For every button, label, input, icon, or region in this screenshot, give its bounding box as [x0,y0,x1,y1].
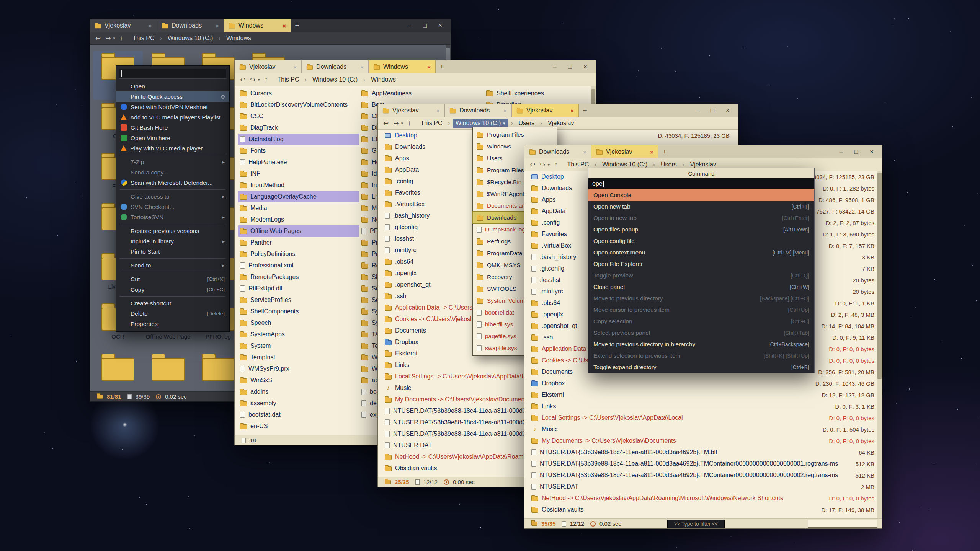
minimize-button[interactable]: – [695,107,699,114]
command-item-open-context-menu[interactable]: Open context menu[Ctrl+M] [Menu] [588,247,814,258]
file-row-my-documents-c-users-vjekoslav-documents[interactable]: My Documents -> C:\Users\Vjekoslav\Docum… [530,435,877,447]
context-menu-item-pin-to-quick-access[interactable]: Pin to Quick access [116,91,229,102]
command-item-open-files-popup[interactable]: Open files popup[Alt+Down] [588,224,814,235]
close-tab-icon[interactable]: × [570,108,574,114]
tab-downloads[interactable]: Downloads× [524,145,591,158]
file-row-languageoverlaycache[interactable]: LanguageOverlayCache [238,191,359,202]
file-row-professional-xml[interactable]: Professional.xml [238,260,359,271]
file-row-ntuser-dat-53b39e88-18c4-11ea-a811-000d3aa4692b-tmcontainer00000000000000000002-regtrans-ms[interactable]: NTUSER.DAT{53b39e88-18c4-11ea-a811-000d3… [530,469,877,481]
close-button[interactable]: × [583,63,587,71]
context-menu-item-7-zip[interactable]: 7-Zip▸ [116,157,229,167]
tab-bar-drag-area[interactable] [448,60,544,73]
command-item-open-new-tab[interactable]: Open new tab[Ctrl+T] [588,201,814,212]
command-item-open-console[interactable]: Open Console [588,189,814,201]
context-menu-item-scan-with-microsoft-defender[interactable]: Scan with Microsoft Defender... [116,178,229,188]
close-tab-icon[interactable]: × [283,23,286,29]
file-row-rtlexupd-dll[interactable]: RtlExUpd.dll [238,283,359,294]
maximize-button[interactable]: □ [854,148,858,156]
file-row-ntuser-dat-53b39e88-18c4-11ea-a811-000d3aa4692b-tmcontainer00000000000000000001-regtrans-ms[interactable]: NTUSER.DAT{53b39e88-18c4-11ea-a811-000d3… [530,458,877,469]
close-button[interactable]: × [438,22,442,29]
tab-windows[interactable]: Windows× [369,60,436,73]
maximize-button[interactable]: □ [568,63,572,71]
context-menu-item-create-shortcut[interactable]: Create shortcut [116,298,229,308]
back-icon[interactable]: ↩ [530,161,535,169]
breadcrumb-this-pc[interactable]: This PC [275,75,302,84]
minimize-button[interactable]: – [553,63,556,71]
filter-input[interactable] [808,520,877,528]
breadcrumb-this-pc[interactable]: This PC [130,34,157,43]
up-icon[interactable]: ↑ [408,119,411,127]
context-menu-item-send-a-copy[interactable]: Send a copy... [116,167,229,178]
up-icon[interactable]: ↑ [554,161,558,168]
command-item-open-config-file[interactable]: Open config file [588,235,814,247]
minimize-button[interactable]: – [408,22,411,29]
file-row-music[interactable]: ♪MusicD: 0, F: 1, 504 bytes [530,424,877,435]
file-row-diagtrack[interactable]: DiagTrack [238,122,359,134]
file-row-shellcomponents[interactable]: ShellComponents [238,306,359,317]
file-row-local-settings-c-users-vjekoslav-appdata-local[interactable]: Local Settings -> C:\Users\Vjekoslav\App… [530,412,877,424]
context-menu-item-send-to[interactable]: Send to▸ [116,260,229,271]
context-menu-item-send-with-nordvpn-meshnet[interactable]: Send with NordVPN Meshnet [116,102,229,112]
context-menu-item-cut[interactable]: Cut[Ctrl+X] [116,274,229,284]
tab-vjekoslav[interactable]: Vjekoslav× [378,104,445,117]
folder-tile[interactable] [93,352,143,391]
file-row-shellexperiences[interactable]: ShellExperiences [485,88,595,99]
new-tab-button[interactable]: + [658,145,671,158]
file-row-offline-web-pages[interactable]: Offline Web Pages [238,225,359,237]
file-row-panther[interactable]: Panther [238,237,359,248]
file-row-policydefinitions[interactable]: PolicyDefinitions [238,248,359,260]
file-row-winsxs[interactable]: WinSxS [238,375,359,386]
file-row-links[interactable]: LinksD: 0, F: 3, 1 KB [530,401,877,412]
context-menu-item-pin-to-start[interactable]: Pin to Start [116,246,229,257]
tab-bar-drag-area[interactable] [591,104,687,117]
context-menu-item-give-access-to[interactable]: Give access to▸ [116,191,229,202]
context-menu-item-add-to-vlc-media-player-s-playlist[interactable]: Add to VLC media player's Playlist [116,112,229,122]
close-tab-icon[interactable]: × [436,108,440,114]
tab-vjekoslav[interactable]: Vjekoslav× [235,60,302,73]
file-row-en-us[interactable]: en-US [238,421,359,432]
breadcrumb-windows[interactable]: Windows [368,75,399,84]
file-row-addins[interactable]: addins [238,386,359,398]
new-tab-button[interactable]: + [436,60,448,73]
file-row-obsidian-vaults[interactable]: Obsidian vaultsD: 17, F: 149, 38 MB [530,504,877,515]
context-menu-item-open-vim-here[interactable]: Open Vim here [116,133,229,143]
file-row-modemlogs[interactable]: ModemLogs [238,214,359,225]
close-tab-icon[interactable]: × [149,23,152,29]
command-item-move-to-previous-directory-in-hierarchy[interactable]: Move to previous directory in hierarchy[… [588,339,814,350]
tab-bar-drag-area[interactable] [303,19,399,32]
close-tab-icon[interactable]: × [427,64,431,70]
context-menu-item-tortoisesvn[interactable]: TortoiseSVN▸ [116,212,229,222]
command-item-toggle-expand-directory[interactable]: Toggle expand directory[Ctrl+B] [588,362,814,373]
file-row-tempinst[interactable]: TempInst [238,352,359,363]
folder-tile[interactable] [143,352,193,391]
tab-vjekoslav[interactable]: Vjekoslav× [512,104,579,117]
close-tab-icon[interactable]: × [360,64,364,70]
history-dropdown-icon[interactable]: ▾ [258,77,260,82]
context-menu-item-delete[interactable]: Delete[Delete] [116,308,229,319]
tab-vjekoslav[interactable]: Vjekoslav× [591,145,658,158]
file-row-inputmethod[interactable]: InputMethod [238,179,359,191]
breadcrumb-this-pc[interactable]: This PC [418,119,445,128]
forward-icon[interactable]: ↪ [393,119,399,127]
scrollbar-thumb[interactable] [877,173,882,379]
history-dropdown-icon[interactable]: ▾ [401,121,403,126]
file-row-system[interactable]: System [238,340,359,352]
tab-downloads[interactable]: Downloads× [445,104,512,117]
file-row-csc[interactable]: CSC [238,111,359,122]
forward-icon[interactable]: ↪ [540,161,545,169]
file-row-media[interactable]: Media [238,202,359,214]
new-tab-button[interactable]: + [579,104,591,117]
command-item-close-panel[interactable]: Close panel[Ctrl+W] [588,281,814,293]
file-row-desktop[interactable]: DesktopD: 43034, F: 125185, 23 GB [383,130,732,141]
breadcrumb-windows-10-c[interactable]: Windows 10 (C:) [165,34,216,43]
file-row-remotepackages[interactable]: RemotePackages [238,271,359,283]
file-row-inf[interactable]: INF [238,168,359,179]
context-menu-item-restore-previous-versions[interactable]: Restore previous versions [116,226,229,236]
close-tab-icon[interactable]: × [650,149,653,155]
maximize-button[interactable]: □ [710,107,714,114]
file-row-nethood-c-users-vjekoslav-appdata-roaming-microsoft-windows-network-shortcuts[interactable]: NetHood -> C:\Users\Vjekoslav\AppData\Ro… [530,492,877,504]
file-row-eksterni[interactable]: EksterniD: 12, F: 127, 12 GB [530,389,877,401]
file-row-fonts[interactable]: Fonts [238,145,359,156]
close-button[interactable]: × [726,107,730,114]
command-item-select-previous-panel[interactable]: Select previous panel[Shift+Tab] [588,327,814,339]
